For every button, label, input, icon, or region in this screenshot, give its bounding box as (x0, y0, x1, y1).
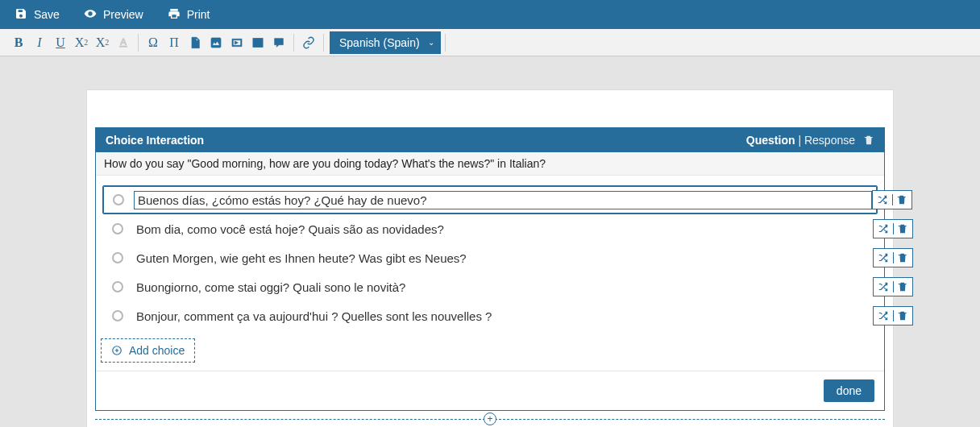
language-label: Spanish (Spain) (339, 36, 420, 49)
insert-link-button[interactable] (298, 32, 319, 53)
insert-table-button[interactable] (247, 32, 268, 53)
editor-toolbar: B I U X2 X2 Ω Π Spanish (Spain) ⌄ (0, 29, 980, 56)
underline-button[interactable]: U (50, 32, 71, 53)
print-icon (168, 7, 181, 23)
eye-icon (84, 7, 97, 23)
omega-button[interactable]: Ω (143, 32, 164, 53)
chevron-down-icon: ⌄ (428, 38, 434, 47)
choice-row[interactable]: Bonjour, comment ça va aujourd'hui ? Que… (102, 301, 878, 330)
pi-button[interactable]: Π (164, 32, 185, 53)
bold-button[interactable]: B (8, 32, 29, 53)
choice-interaction-block: Choice Interaction Question | Response H… (95, 127, 885, 411)
preview-button[interactable]: Preview (84, 7, 143, 23)
delete-block-button[interactable] (863, 135, 874, 146)
choices-list: Buenos días, ¿cómo estás hoy? ¿Qué hay d… (96, 176, 884, 334)
question-prompt[interactable]: How do you say "Good morning, how are yo… (96, 152, 884, 176)
choice-text[interactable]: Bom dia, como você está hoje? Quais são … (133, 221, 873, 238)
choice-row[interactable]: Bom dia, como você está hoje? Quais são … (102, 214, 878, 243)
insert-image-button[interactable] (206, 32, 226, 53)
choice-row-controls (873, 306, 913, 325)
svg-rect-0 (253, 38, 263, 47)
choice-row[interactable]: Buongiorno, come stai oggi? Quali sono l… (102, 272, 878, 301)
delete-choice-button[interactable] (893, 252, 913, 263)
shuffle-choice-button[interactable] (874, 281, 893, 292)
choice-row[interactable]: Buenos días, ¿cómo estás hoy? ¿Qué hay d… (102, 185, 878, 214)
block-header: Choice Interaction Question | Response (96, 128, 884, 152)
add-choice-button[interactable]: Add choice (101, 338, 195, 363)
choice-text[interactable]: Buongiorno, come stai oggi? Quali sono l… (133, 279, 873, 296)
choice-row-controls (873, 277, 913, 296)
insert-element-button[interactable]: + (484, 412, 496, 425)
delete-choice-button[interactable] (893, 281, 913, 292)
subscript-button[interactable]: X2 (71, 32, 92, 53)
insert-line: + (95, 419, 885, 427)
choice-radio[interactable] (112, 223, 123, 234)
preview-label: Preview (103, 8, 143, 21)
delete-choice-button[interactable] (893, 310, 913, 321)
toolbar-separator (293, 34, 294, 52)
save-button[interactable]: Save (15, 7, 60, 23)
save-label: Save (34, 8, 60, 21)
toolbar-separator (138, 34, 139, 52)
shuffle-choice-button[interactable] (874, 252, 893, 263)
tab-question[interactable]: Question (746, 134, 795, 147)
italic-button[interactable]: I (29, 32, 50, 53)
save-icon (15, 7, 27, 23)
toolbar-separator (445, 34, 446, 52)
block-footer: done (96, 371, 884, 410)
choice-row-controls (873, 219, 913, 238)
choice-radio[interactable] (112, 252, 123, 263)
font-style-button (113, 32, 134, 53)
choice-text[interactable]: Buenos días, ¿cómo estás hoy? ¿Qué hay d… (134, 191, 872, 209)
delete-choice-button[interactable] (893, 223, 913, 234)
add-choice-label: Add choice (129, 344, 185, 357)
insert-media-button[interactable] (226, 32, 247, 53)
choice-row-controls (872, 190, 912, 209)
shuffle-choice-button[interactable] (874, 310, 893, 321)
choice-text[interactable]: Bonjour, comment ça va aujourd'hui ? Que… (133, 308, 873, 325)
delete-choice-button[interactable] (892, 194, 912, 205)
toolbar-separator (323, 34, 324, 52)
tooltip-button[interactable] (268, 32, 289, 53)
shuffle-choice-button[interactable] (874, 223, 893, 234)
choice-text[interactable]: Guten Morgen, wie geht es Ihnen heute? W… (133, 250, 873, 267)
insert-file-button[interactable] (185, 32, 206, 53)
choice-radio[interactable] (112, 281, 123, 292)
block-title: Choice Interaction (106, 134, 204, 147)
language-select[interactable]: Spanish (Spain) ⌄ (330, 31, 441, 54)
choice-row[interactable]: Guten Morgen, wie geht es Ihnen heute? W… (102, 243, 878, 272)
topbar: Save Preview Print (0, 0, 980, 29)
editor-stage: Choice Interaction Question | Response H… (0, 56, 980, 427)
shuffle-choice-button[interactable] (873, 194, 892, 205)
page-canvas: Choice Interaction Question | Response H… (87, 90, 893, 427)
choice-radio[interactable] (112, 310, 123, 321)
superscript-button[interactable]: X2 (92, 32, 113, 53)
done-button[interactable]: done (824, 379, 874, 402)
choice-radio[interactable] (113, 194, 124, 205)
print-button[interactable]: Print (168, 7, 210, 23)
print-label: Print (187, 8, 210, 21)
tab-response[interactable]: Response (804, 134, 855, 147)
choice-row-controls (873, 248, 913, 267)
